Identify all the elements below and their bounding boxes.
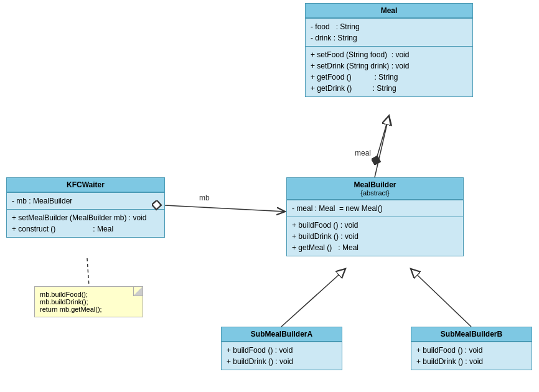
mealbuilder-attributes: - meal : Meal = new Meal(): [287, 200, 463, 217]
submealbuilderb-class: SubMealBuilderB + buildFood () : void + …: [411, 327, 532, 370]
note-box: mb.buildFood(); mb.buildDrink(); return …: [34, 286, 143, 317]
submealbuildera-inheritance: [281, 269, 345, 327]
submealbuilderb-header: SubMealBuilderB: [411, 327, 532, 342]
kfcwaiter-methods: + setMealBuilder (MealBuilder mb) : void…: [7, 209, 164, 237]
kfcwaiter-attributes: - mb : MealBuilder: [7, 192, 164, 209]
kfcwaiter-class-header: KFCWaiter: [7, 178, 164, 192]
composition-line: [375, 116, 389, 165]
submealbuilderb-methods: + buildFood () : void + buildDrink () : …: [411, 342, 532, 370]
meal-class-header: Meal: [306, 4, 472, 18]
meal-methods: + setFood (String food) : void + setDrin…: [306, 46, 472, 96]
meal-label: meal: [355, 149, 371, 157]
mealbuilder-class-header: MealBuilder {abstract}: [287, 178, 463, 200]
mealbuilder-class: MealBuilder {abstract} - meal : Meal = n…: [286, 177, 464, 256]
kfcwaiter-mealbuilder-arrow: [165, 205, 285, 212]
kfcwaiter-class: KFCWaiter - mb : MealBuilder + setMealBu…: [6, 177, 165, 238]
dashed-note-line: [87, 258, 89, 286]
mb-label: mb: [199, 194, 210, 202]
meal-class: Meal - food : String - drink : String + …: [305, 3, 473, 97]
submealbuilderb-inheritance: [411, 269, 471, 327]
mealbuilder-methods: + buildFood () : void + buildDrink () : …: [287, 217, 463, 256]
meal-inheritance-arrow: [375, 116, 389, 177]
submealbuildera-methods: + buildFood () : void + buildDrink () : …: [222, 342, 342, 370]
submealbuildera-class: SubMealBuilderA + buildFood () : void + …: [221, 327, 342, 370]
meal-attributes: - food : String - drink : String: [306, 18, 472, 46]
submealbuildera-header: SubMealBuilderA: [222, 327, 342, 342]
